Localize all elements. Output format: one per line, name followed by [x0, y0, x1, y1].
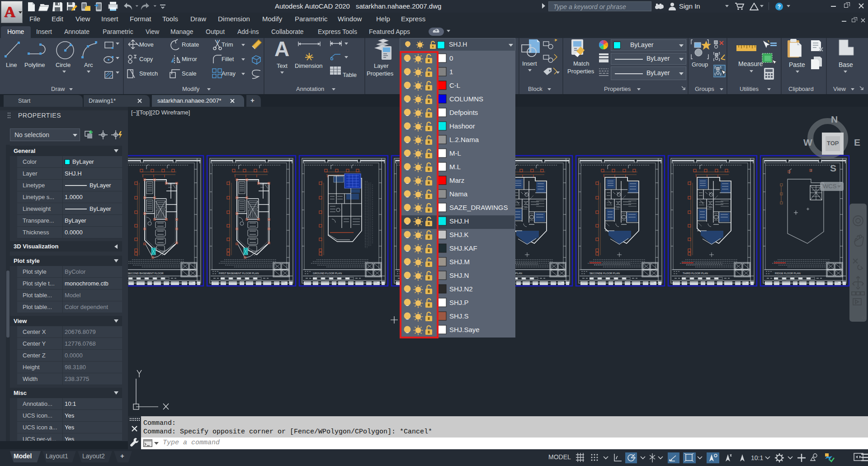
- svg-text:L.2.Nama: L.2.Nama: [449, 136, 479, 143]
- svg-text:Marz: Marz: [449, 176, 464, 184]
- svg-text:SHJ.S: SHJ.S: [449, 312, 469, 320]
- svg-text:SECONDE FLOOR PLAN: SECONDE FLOOR PLAN: [590, 272, 620, 275]
- svg-text:SHJ.Saye: SHJ.Saye: [449, 326, 480, 333]
- svg-text:M-L: M-L: [449, 149, 461, 157]
- svg-text:THIRD FLOOR PLAN: THIRD FLOOR PLAN: [683, 272, 708, 275]
- svg-text:FIRST BASEMENT FLOOR PLAN: FIRST BASEMENT FLOOR PLAN: [219, 272, 259, 275]
- svg-text:10:1: 10:1: [751, 454, 763, 461]
- svg-text:SHJ.M: SHJ.M: [449, 258, 470, 266]
- svg-text:Defpoints: Defpoints: [449, 109, 478, 116]
- svg-text:SHJ.N2: SHJ.N2: [449, 285, 473, 293]
- svg-text:M.L: M.L: [449, 163, 461, 171]
- svg-text:SHJ.P: SHJ.P: [449, 299, 469, 306]
- svg-text:SAZE_DRAWINGS: SAZE_DRAWINGS: [449, 204, 508, 211]
- svg-text:0: 0: [449, 54, 453, 62]
- svg-text:SHJ.H: SHJ.H: [449, 217, 469, 225]
- svg-text:SHJ.KAF: SHJ.KAF: [449, 244, 477, 252]
- svg-text:Hashoor: Hashoor: [449, 122, 475, 130]
- svg-text:?: ?: [778, 4, 781, 10]
- svg-text:C-L: C-L: [449, 81, 460, 89]
- svg-text:1: 1: [449, 68, 453, 76]
- svg-text:COLUMNS: COLUMNS: [449, 95, 483, 103]
- svg-text:GROUND FLOOR PLAN: GROUND FLOOR PLAN: [313, 272, 342, 275]
- svg-text:SHJ.N: SHJ.N: [449, 271, 469, 279]
- svg-text:SHJ.K: SHJ.K: [449, 231, 469, 238]
- svg-text:RIDGE FLOOR PLAN: RIDGE FLOOR PLAN: [775, 272, 801, 275]
- svg-text:SECOND BASEMENT FLOOR: SECOND BASEMENT FLOOR: [128, 272, 164, 275]
- svg-text:Nama: Nama: [449, 190, 468, 198]
- svg-text:[−][Top][2D Wireframe]: [−][Top][2D Wireframe]: [131, 109, 190, 116]
